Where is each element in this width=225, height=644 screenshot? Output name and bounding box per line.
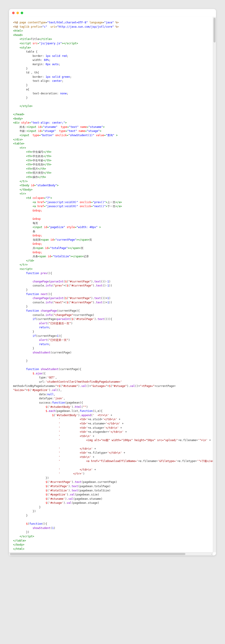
h-scroll-right-arrow[interactable]: › [210,552,213,556]
window-minimize-icon[interactable] [17,12,19,14]
page-root: <%@ page contentType="text/html;charset=… [0,0,225,569]
editor-body: <%@ page contentType="text/html;charset=… [9,17,216,552]
vertical-scroll-thumb[interactable] [213,18,215,42]
code-content: <%@ page contentType="text/html;charset=… [13,20,213,551]
horizontal-scroll-thumb[interactable] [10,553,185,555]
window-close-icon[interactable] [12,12,15,14]
code-scroll-area[interactable]: <%@ page contentType="text/html;charset=… [9,17,213,552]
editor-window: <%@ page contentType="text/html;charset=… [9,9,216,556]
window-titlebar [9,9,216,17]
vertical-scrollbar[interactable] [213,17,216,552]
window-zoom-icon[interactable] [21,12,23,14]
horizontal-scrollbar[interactable]: ‹ › [9,552,213,556]
